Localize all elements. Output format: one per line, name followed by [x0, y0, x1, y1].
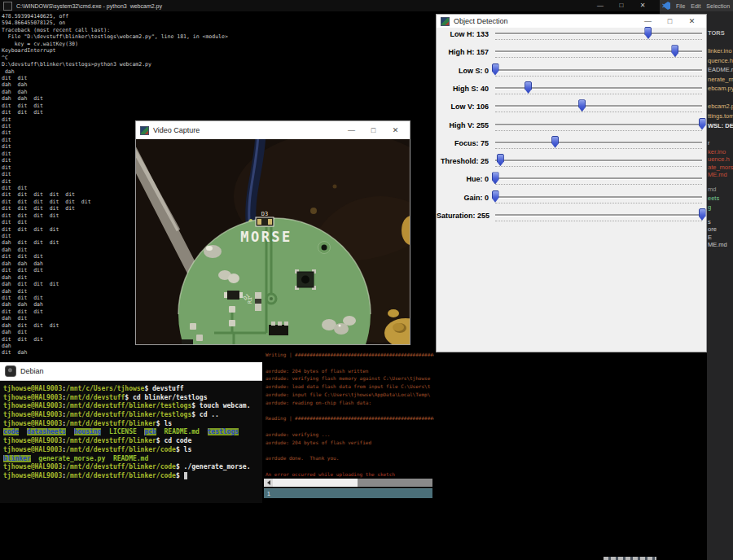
slider-saturation-ticks: [495, 221, 702, 221]
vscode-sidebar-item[interactable]: quence.h: [708, 57, 733, 64]
slider-low-h-ticks: [495, 39, 702, 40]
vscode-sidebar-item[interactable]: ME.md: [708, 241, 727, 248]
slider-high-s-thumb[interactable]: [525, 81, 532, 94]
vscode-sidebar-item[interactable]: EADME.md: [708, 66, 733, 73]
vscode-menu-file[interactable]: File: [676, 3, 685, 9]
arduino-log-line: avrdude done. Thank you.: [266, 454, 434, 462]
vscode-sidebar-item[interactable]: TORS: [708, 29, 725, 37]
vscode-menu-edit[interactable]: Edit: [691, 3, 700, 9]
terminal-line: tjhowse@HAL9003:/mnt/d/devstuff/blinker$…: [3, 437, 259, 446]
slider-hue-track[interactable]: [495, 177, 702, 180]
slider-high-v-thumb[interactable]: [699, 118, 706, 130]
slider-threshold-thumb[interactable]: [497, 154, 504, 166]
slider-focus-ticks: [495, 148, 702, 149]
slider-threshold-ticks: [495, 166, 702, 167]
vscode-titlebar[interactable]: File Edit Selection: [660, 0, 733, 11]
slider-low-s-thumb[interactable]: [492, 63, 499, 76]
slider-low-h: Low H: 133: [437, 26, 706, 42]
slider-low-v-track[interactable]: [495, 105, 702, 107]
cmd-maximize-button[interactable]: □: [611, 0, 632, 11]
video-window-title: Video Capture: [153, 126, 200, 134]
slider-low-s-label: Low S: 0: [437, 63, 489, 79]
cmd-titlebar[interactable]: C:\WINDOWS\system32\cmd.exe - python3 we…: [0, 0, 660, 11]
slider-saturation-label: Saturation: 255: [437, 208, 489, 224]
video-close-button[interactable]: ✕: [384, 123, 406, 138]
slider-low-h-track[interactable]: [495, 33, 702, 35]
slider-gain-ticks: [495, 203, 702, 203]
vscode-sidebar-item[interactable]: E: [708, 234, 712, 241]
debian-titlebar[interactable]: Debian: [0, 362, 262, 381]
slider-low-s-track[interactable]: [495, 69, 702, 72]
arduino-log-line: avrdude: input file C:\Users\tjhowse\App…: [266, 391, 434, 399]
slider-hue-label: Hue: 0: [437, 171, 489, 187]
vscode-menu-selection[interactable]: Selection: [706, 3, 730, 9]
vscode-sidebar-item[interactable]: ore: [708, 225, 717, 233]
slider-hue-thumb[interactable]: [492, 172, 499, 184]
arduino-error-line: An error occurred while uploading the sk…: [266, 470, 434, 479]
slider-threshold-track[interactable]: [495, 160, 702, 162]
vscode-sidebar-item[interactable]: ebcam2.py: [708, 103, 733, 110]
slider-low-v: Low V: 106: [437, 98, 706, 115]
slider-saturation-thumb[interactable]: [699, 208, 706, 221]
slider-hue: Hue: 0: [437, 171, 706, 187]
vscode-sidebar-item[interactable]: ME.md: [708, 171, 727, 178]
arduino-log-line: [266, 462, 434, 470]
cmd-icon: [3, 2, 12, 11]
slider-high-h-ticks: [495, 57, 702, 58]
vscode-sidebar-item[interactable]: eets: [708, 195, 719, 202]
arduino-log-line: avrdude: verifying flash memory against …: [266, 374, 434, 383]
slider-focus-label: Focus: 75: [437, 135, 489, 151]
vscode-sidebar-item[interactable]: md: [708, 186, 716, 193]
debian-output[interactable]: tjhowse@HAL9003:/mnt/c/Users/tjhowse$ de…: [3, 385, 259, 481]
webcam-frame: D3 MORSE D1 R1: [136, 139, 410, 344]
vscode-logo-icon: [662, 2, 670, 10]
slider-gain: Gain: 0: [437, 190, 706, 206]
vscode-sidebar-item[interactable]: ttings.tom: [708, 112, 733, 120]
slider-gain-thumb[interactable]: [492, 190, 499, 203]
slider-high-s-ticks: [495, 94, 702, 94]
scroll-left-button[interactable]: [264, 479, 273, 487]
slider-high-v-track[interactable]: [495, 124, 702, 126]
slider-focus-track[interactable]: [495, 142, 702, 144]
vscode-sidebar-item[interactable]: ate_morse: [708, 164, 733, 171]
slider-gain-track[interactable]: [495, 196, 702, 199]
vscode-sidebar-item[interactable]: WSL: DEBIA: [708, 122, 733, 129]
arduino-log-line: avrdude: reading on-chip flash data:: [266, 399, 434, 407]
cmd-minimize-button[interactable]: —: [590, 0, 611, 11]
slider-saturation-track[interactable]: [495, 214, 702, 217]
arduino-hscrollbar[interactable]: [264, 479, 432, 487]
terminal-line: tjhowse@HAL9003:/mnt/d/devstuff$ cd blin…: [3, 394, 259, 403]
slider-high-h-track[interactable]: [495, 50, 702, 53]
scrollbar-thumb[interactable]: [273, 479, 358, 487]
vscode-sidebar-item[interactable]: linker.ino: [708, 47, 732, 55]
vscode-sidebar-item[interactable]: r: [708, 139, 710, 147]
video-maximize-button[interactable]: □: [362, 123, 384, 138]
vscode-sidebar-item[interactable]: g: [708, 203, 711, 211]
arduino-log-line: Writing | ##############################…: [266, 351, 434, 359]
vscode-sidebar-item[interactable]: nerate_mo: [708, 76, 733, 83]
slider-threshold-label: Threshold: 25: [437, 153, 489, 169]
arduino-console-panel: Writing | ##############################…: [262, 350, 434, 501]
vscode-sidebar-item[interactable]: uence.h: [708, 155, 730, 163]
slider-high-h-thumb[interactable]: [671, 45, 678, 57]
vscode-sidebar-item[interactable]: ebcam.py: [708, 85, 733, 92]
video-titlebar[interactable]: Video Capture — □ ✕: [136, 121, 410, 139]
arduino-log-line: avrdude: 204 bytes of flash written: [266, 367, 434, 375]
terminal-line: tjhowse@HAL9003:/mnt/d/devstuff/blinker/…: [3, 446, 259, 455]
slider-focus-thumb[interactable]: [551, 136, 559, 148]
debian-icon: [5, 365, 16, 377]
terminal-line: tjhowse@HAL9003:/mnt/d/devstuff/blinker/…: [3, 402, 259, 411]
arduino-log-line: avrdude: load data flash data from input…: [266, 383, 434, 391]
vscode-sidebar-item[interactable]: s: [708, 218, 711, 225]
terminal-line: tjhowse@HAL9003:/mnt/d/devstuff/blinker/…: [3, 411, 259, 420]
vscode-sidebar-item[interactable]: ker.ino: [708, 148, 726, 155]
slider-low-h-thumb[interactable]: [644, 27, 652, 39]
slider-low-v-thumb[interactable]: [578, 99, 586, 112]
slider-high-v: High V: 255: [437, 117, 706, 133]
video-minimize-button[interactable]: —: [340, 123, 362, 138]
arduino-log-line: [266, 407, 434, 415]
cmd-window-title: C:\WINDOWS\system32\cmd.exe - python3 we…: [16, 3, 162, 9]
cmd-close-button[interactable]: ✕: [632, 0, 653, 11]
pcb-label-d3: D3: [261, 211, 268, 217]
window-peek-strip[interactable]: [604, 557, 656, 560]
